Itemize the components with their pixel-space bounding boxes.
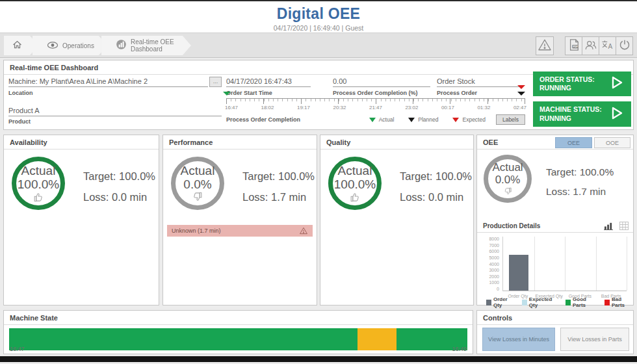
- oee-actual-word: Actual: [492, 162, 523, 174]
- quality-target: Target: 100.0%: [400, 170, 472, 183]
- breadcrumb-operations[interactable]: Operations: [32, 36, 107, 55]
- machine-state-segment-warning: [358, 328, 396, 350]
- gridline: [627, 237, 627, 291]
- chart-y-tick: 1000: [489, 280, 499, 285]
- export-pdf-button[interactable]: PDF: [565, 36, 582, 55]
- machine-state-title: Machine State: [4, 311, 473, 325]
- alarms-button[interactable]: [536, 36, 554, 55]
- navigation-bar: Operations Real-time OEE Dashboard PDF: [0, 32, 637, 58]
- language-button[interactable]: A: [599, 36, 616, 55]
- chart-y-axis: 800070006000500040003000200010000: [484, 237, 499, 291]
- availability-loss: Loss: 0.0 min: [83, 191, 147, 203]
- oee-toggle-button[interactable]: OEE: [555, 137, 592, 148]
- alert-text: Unknown (1.7 min): [172, 228, 221, 234]
- chart-y-tick: 5000: [489, 255, 499, 260]
- actual-slider-marker[interactable]: [223, 92, 231, 96]
- planned-slider-marker: [517, 92, 525, 96]
- availability-panel: Availability Actual 100.0% Target: 100.0…: [3, 135, 159, 306]
- performance-target: Target: 100.0%: [242, 170, 315, 183]
- machine-browse-button[interactable]: ...: [209, 77, 222, 87]
- timeline-tick-label: 01:32: [477, 105, 490, 110]
- performance-actual-word: Actual: [181, 164, 215, 178]
- legend-swatch: [566, 300, 571, 306]
- controls-panel: Controls View Losses in Minutes View Los…: [476, 310, 634, 354]
- quality-loss: Loss: 0.0 min: [400, 191, 463, 203]
- production-details-title: Production Details: [483, 222, 540, 229]
- view-losses-parts-button[interactable]: View Losses in Parts: [560, 328, 629, 351]
- breadcrumb-realtime-oee-label: Real-time OEE Dashboard: [131, 38, 178, 53]
- labels-button[interactable]: Labels: [496, 114, 525, 125]
- oee-actual-value: 0.0%: [495, 174, 521, 187]
- chart-bar-slot: [503, 237, 534, 291]
- production-chart: 800070006000500040003000200010000 Order …: [484, 237, 629, 304]
- play-icon: [608, 74, 625, 94]
- logout-button[interactable]: [616, 36, 633, 55]
- pdf-document-icon: PDF: [568, 38, 580, 54]
- process-order-timeline-slider[interactable]: [226, 98, 525, 104]
- users-button[interactable]: [582, 36, 599, 55]
- ooe-toggle-button[interactable]: OOE: [594, 137, 630, 148]
- controls-title: Controls: [477, 311, 633, 325]
- users-icon: [584, 39, 597, 53]
- window-bottom-edge: [0, 356, 637, 362]
- chart-plot-area: [502, 237, 627, 291]
- timeline-tick-label: 20:32: [333, 105, 346, 110]
- breadcrumb-realtime-oee[interactable]: Real-time OEE Dashboard: [101, 36, 191, 55]
- performance-loss-alert[interactable]: Unknown (1.7 min): [167, 225, 313, 237]
- view-losses-minutes-button[interactable]: View Losses in Minutes: [482, 328, 555, 351]
- quality-actual-word: Actual: [338, 164, 372, 178]
- language-icon: A: [601, 39, 614, 53]
- thumbs-down-icon: [503, 187, 513, 196]
- oee-target: Target: 100.0%: [546, 166, 614, 178]
- order-status-text: ORDER STATUS:RUNNING: [540, 75, 595, 92]
- actual-triangle-icon: [369, 118, 376, 122]
- legend-swatch: [604, 300, 610, 306]
- machine-state-start-time: 16:47: [10, 346, 25, 352]
- order-status-box[interactable]: ORDER STATUS:RUNNING: [533, 72, 631, 96]
- timeline-tick-label: 23:02: [405, 105, 418, 110]
- chart-y-tick: 6000: [489, 249, 499, 254]
- timeline-tick-label: 00:17: [441, 105, 454, 110]
- machine-state-bar: [9, 328, 467, 350]
- oee-loss: Loss: 1.7 min: [546, 186, 606, 198]
- quality-panel: Quality Actual 100.0% Target: 100.0% Los…: [320, 135, 474, 306]
- chart-y-tick: 7000: [489, 243, 499, 248]
- chart-bar-1: [509, 255, 528, 291]
- breadcrumb: Operations Real-time OEE Dashboard: [4, 36, 191, 55]
- quality-actual-value: 100.0%: [334, 178, 376, 192]
- expected-slider-marker: [517, 85, 525, 89]
- timeline-legend-row: Process Order Completion Actual Planned …: [226, 114, 525, 125]
- home-icon: [12, 40, 23, 51]
- timeline-label: Process Order Completion: [226, 116, 300, 123]
- timeline-tick-label: 19:17: [297, 105, 310, 110]
- timeline-tick-label: 02:47: [514, 105, 526, 110]
- chart-view-icon[interactable]: [604, 222, 614, 235]
- digital-oee-screen: Digital OEE 04/17/2020 | 16:49:40 | Gues…: [0, 0, 637, 364]
- oee-panel: OEE OEE OOE Actual 0.0% Target: 100.0% L…: [476, 135, 634, 306]
- machine-selector-field[interactable]: Machine: My Plant\Area A\Line A\Machine …: [8, 77, 208, 87]
- performance-loss: Loss: 1.7 min: [242, 191, 306, 203]
- performance-title: Performance: [163, 135, 317, 150]
- performance-panel: Performance Actual 0.0% Target: 100.0% L…: [162, 135, 317, 306]
- eye-icon: [47, 41, 58, 51]
- timeline-tick-label: 18:02: [261, 105, 274, 110]
- chart-bar-slot: [534, 237, 566, 291]
- table-view-icon[interactable]: [619, 222, 629, 235]
- performance-actual-value: 0.0%: [183, 178, 211, 192]
- breadcrumb-operations-label: Operations: [62, 42, 94, 49]
- product-label: Product: [8, 118, 31, 125]
- app-title: Digital OEE: [0, 5, 637, 23]
- product-field: Product A: [8, 107, 222, 116]
- nav-action-group: PDF A: [566, 36, 633, 55]
- machine-status-box[interactable]: MACHINE STATUS:RUNNING: [533, 101, 631, 127]
- chart-legend-item: Order Qty: [486, 296, 515, 308]
- dashboard-chart-icon: [116, 39, 127, 52]
- timeline-tick-label: 21:47: [369, 105, 382, 110]
- play-icon: [608, 105, 625, 124]
- chart-y-tick: 3000: [489, 268, 499, 272]
- realtime-oee-dashboard-panel: Real-time OEE Dashboard Machine: My Plan…: [3, 60, 634, 130]
- availability-actual-word: Actual: [21, 164, 56, 178]
- availability-title: Availability: [4, 135, 159, 150]
- process-order-label: Process Order: [437, 90, 477, 96]
- machine-state-panel: Machine State 16:47 16:49: [3, 310, 473, 354]
